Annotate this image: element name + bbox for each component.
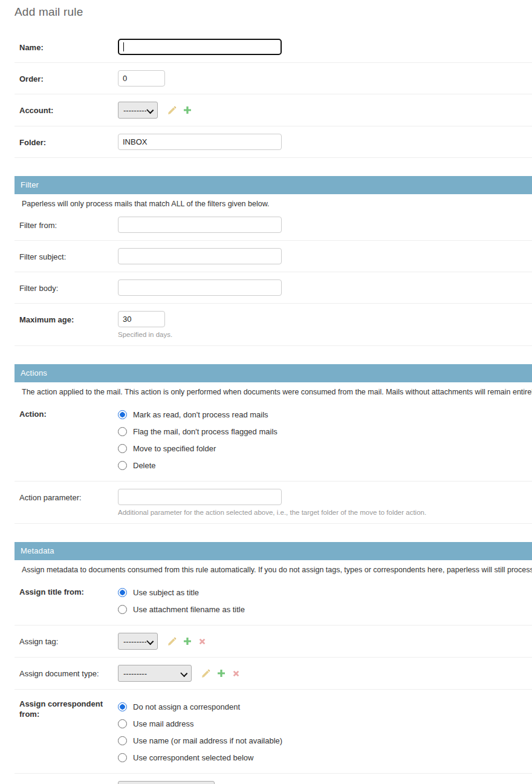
assign-document-type-label: Assign document type: xyxy=(19,665,118,679)
correspondent-radio-name[interactable] xyxy=(118,736,127,745)
filter-from-input[interactable] xyxy=(118,217,282,233)
action-option: Mark as read, don't process read mails xyxy=(118,406,527,423)
page-title: Add mail rule xyxy=(15,5,532,19)
actions-section-description: The action applied to the mail. This act… xyxy=(15,382,532,397)
filter-from-row: Filter from: xyxy=(15,209,532,241)
metadata-section-description: Assign metadata to documents consumed fr… xyxy=(15,560,532,575)
correspondent-from-option-label[interactable]: Use mail address xyxy=(133,719,193,728)
assign-document-type-select[interactable]: --------- xyxy=(118,665,192,682)
edit-pencil-icon[interactable] xyxy=(167,637,177,646)
assign-tag-label: Assign tag: xyxy=(19,633,118,647)
assign-title-from-row: Assign title from: Use subject as title … xyxy=(15,575,532,626)
filter-subject-input[interactable] xyxy=(118,248,282,264)
assign-tag-row: Assign tag: --------- xyxy=(15,626,532,658)
action-label: Action: xyxy=(19,405,118,419)
basic-fields-module: Name: Order: Account: --------- xyxy=(15,32,532,158)
correspondent-radio-none[interactable] xyxy=(118,702,127,711)
title-radio-filename[interactable] xyxy=(118,605,127,614)
correspondent-from-option: Use mail address xyxy=(118,715,527,732)
action-parameter-row: Action parameter: Additional parameter f… xyxy=(15,482,532,524)
actions-module: Actions The action applied to the mail. … xyxy=(15,364,532,524)
action-option: Move to specified folder xyxy=(118,440,527,457)
account-row: Account: --------- xyxy=(15,94,532,126)
filter-body-row: Filter body: xyxy=(15,272,532,304)
filter-from-label: Filter from: xyxy=(19,217,118,230)
action-radio-group: Mark as read, don't process read mails F… xyxy=(118,405,527,474)
delete-x-icon[interactable] xyxy=(232,670,240,678)
maximum-age-row: Maximum age: Specified in days. xyxy=(15,304,532,346)
text-caret xyxy=(123,42,124,51)
action-option: Delete xyxy=(118,457,527,474)
order-input[interactable] xyxy=(118,70,165,87)
action-option-label[interactable]: Move to specified folder xyxy=(133,444,216,453)
assign-title-from-label: Assign title from: xyxy=(19,583,118,597)
correspondent-from-option-label[interactable]: Use correspondent selected below xyxy=(133,753,253,762)
add-plus-icon[interactable] xyxy=(183,106,192,114)
action-parameter-input[interactable] xyxy=(118,489,282,505)
assign-tag-select[interactable]: --------- xyxy=(118,633,158,650)
order-row: Order: xyxy=(15,63,532,94)
filter-section-header: Filter xyxy=(15,176,532,194)
action-radio-mark-read[interactable] xyxy=(118,410,127,419)
correspondent-from-option: Use correspondent selected below xyxy=(118,749,527,766)
order-label: Order: xyxy=(19,70,118,84)
name-input[interactable] xyxy=(118,39,282,55)
assign-document-type-row: Assign document type: --------- xyxy=(15,658,532,690)
maximum-age-input[interactable] xyxy=(118,311,165,327)
action-parameter-help: Additional parameter for the action sele… xyxy=(118,509,527,516)
action-option-label[interactable]: Mark as read, don't process read mails xyxy=(133,410,268,419)
delete-x-icon[interactable] xyxy=(198,638,206,645)
correspondent-from-option-label[interactable]: Use name (or mail address if not availab… xyxy=(133,736,282,745)
assign-correspondent-label: Assign correspondent: xyxy=(19,781,118,784)
metadata-section-header: Metadata xyxy=(15,542,532,560)
action-option: Flag the mail, don't process flagged mai… xyxy=(118,423,527,440)
maximum-age-label: Maximum age: xyxy=(19,311,118,325)
folder-row: Folder: xyxy=(15,126,532,158)
action-row: Action: Mark as read, don't process read… xyxy=(15,397,532,482)
assign-correspondent-radio-group: Do not assign a correspondent Use mail a… xyxy=(118,697,527,766)
action-option-label[interactable]: Delete xyxy=(133,461,156,470)
filter-section-description: Paperless will only process mails that m… xyxy=(15,194,532,209)
folder-input[interactable] xyxy=(118,134,282,150)
account-label: Account: xyxy=(19,102,118,116)
assign-title-radio-group: Use subject as title Use attachment file… xyxy=(118,583,527,618)
account-select[interactable]: --------- xyxy=(118,102,158,119)
assign-title-option-label[interactable]: Use attachment filename as title xyxy=(133,605,245,614)
name-row: Name: xyxy=(15,32,532,63)
action-radio-move[interactable] xyxy=(118,444,127,453)
actions-section-header: Actions xyxy=(15,364,532,382)
correspondent-radio-mail-address[interactable] xyxy=(118,719,127,728)
action-radio-delete[interactable] xyxy=(118,461,127,470)
filter-subject-label: Filter subject: xyxy=(19,248,118,262)
folder-label: Folder: xyxy=(19,134,118,148)
edit-pencil-icon[interactable] xyxy=(167,106,177,115)
assign-title-option-label[interactable]: Use subject as title xyxy=(133,588,199,597)
add-plus-icon[interactable] xyxy=(183,637,192,645)
action-parameter-label: Action parameter: xyxy=(19,489,118,503)
assign-correspondent-from-row: Assign correspondent from: Do not assign… xyxy=(15,690,532,774)
add-plus-icon[interactable] xyxy=(217,669,225,678)
filter-subject-row: Filter subject: xyxy=(15,241,532,272)
assign-correspondent-from-label: Assign correspondent from: xyxy=(19,697,118,719)
name-label: Name: xyxy=(19,39,118,53)
maximum-age-help: Specified in days. xyxy=(118,331,527,338)
correspondent-radio-selected-below[interactable] xyxy=(118,753,127,762)
filter-module: Filter Paperless will only process mails… xyxy=(15,176,532,346)
assign-title-option: Use subject as title xyxy=(118,584,527,601)
assign-correspondent-row: Assign correspondent: --------- xyxy=(15,774,532,784)
action-option-label[interactable]: Flag the mail, don't process flagged mai… xyxy=(133,427,277,436)
assign-title-option: Use attachment filename as title xyxy=(118,601,527,618)
correspondent-from-option: Do not assign a correspondent xyxy=(118,698,527,715)
assign-correspondent-select[interactable]: --------- xyxy=(118,781,215,784)
edit-pencil-icon[interactable] xyxy=(201,669,210,678)
metadata-module: Metadata Assign metadata to documents co… xyxy=(15,542,532,784)
action-radio-flag[interactable] xyxy=(118,427,127,436)
correspondent-from-option: Use name (or mail address if not availab… xyxy=(118,732,527,749)
title-radio-subject[interactable] xyxy=(118,588,127,597)
correspondent-from-option-label[interactable]: Do not assign a correspondent xyxy=(133,702,240,711)
filter-body-input[interactable] xyxy=(118,279,282,296)
filter-body-label: Filter body: xyxy=(19,279,118,293)
